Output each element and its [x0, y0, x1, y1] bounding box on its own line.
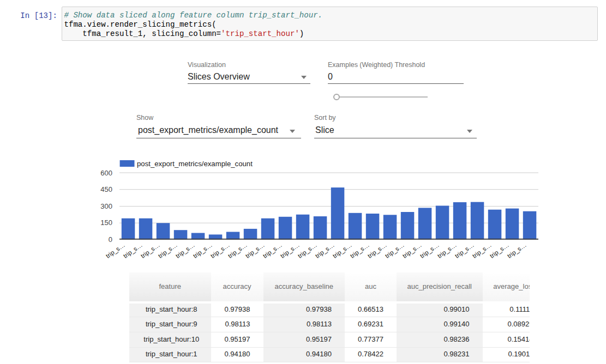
svg-text:600: 600 — [100, 169, 112, 177]
svg-text:trip_s…: trip_s… — [279, 241, 301, 259]
svg-text:trip_s…: trip_s… — [489, 241, 510, 259]
svg-text:trip_s…: trip_s… — [401, 241, 423, 259]
svg-text:trip_s…: trip_s… — [105, 241, 126, 259]
svg-text:trip_s…: trip_s… — [332, 241, 353, 259]
svg-text:trip_s…: trip_s… — [471, 241, 493, 259]
svg-text:trip_s…: trip_s… — [419, 241, 440, 259]
svg-text:150: 150 — [100, 219, 112, 227]
svg-text:trip_s…: trip_s… — [367, 241, 388, 259]
svg-text:post_export_metrics/example_co: post_export_metrics/example_count — [137, 160, 253, 168]
svg-text:trip_s…: trip_s… — [436, 241, 458, 259]
svg-text:trip_s…: trip_s… — [506, 241, 527, 259]
svg-text:trip_s…: trip_s… — [175, 241, 196, 259]
svg-text:trip_s…: trip_s… — [314, 241, 335, 259]
svg-text:trip_s…: trip_s… — [140, 241, 161, 259]
svg-text:trip_s…: trip_s… — [384, 241, 405, 259]
svg-text:300: 300 — [100, 202, 112, 210]
svg-text:trip_s…: trip_s… — [192, 241, 213, 259]
svg-text:trip_s…: trip_s… — [157, 241, 178, 259]
svg-text:trip_s…: trip_s… — [349, 241, 370, 259]
svg-text:0: 0 — [109, 235, 112, 244]
svg-text:trip_s…: trip_s… — [454, 241, 475, 259]
svg-text:trip_s…: trip_s… — [122, 241, 143, 259]
svg-text:trip_s…: trip_s… — [262, 241, 283, 259]
svg-text:trip_s…: trip_s… — [297, 241, 318, 259]
svg-text:trip_s…: trip_s… — [209, 241, 231, 259]
svg-text:trip_s…: trip_s… — [244, 241, 266, 259]
svg-text:450: 450 — [100, 185, 112, 193]
svg-text:trip_s…: trip_s… — [227, 241, 248, 259]
